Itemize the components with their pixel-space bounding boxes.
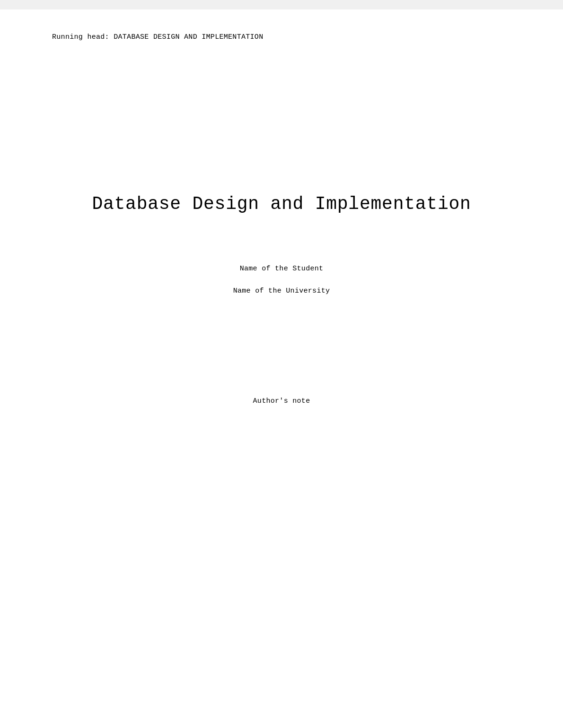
main-title: Database Design and Implementation — [92, 194, 471, 214]
student-name: Name of the Student — [240, 265, 324, 273]
author-note: Author's note — [253, 397, 310, 405]
author-note-section: Author's note — [0, 397, 563, 405]
university-name: Name of the University — [233, 287, 330, 295]
title-section: Database Design and Implementation — [0, 194, 563, 214]
document-page: Running head: DATABASE DESIGN AND IMPLEM… — [0, 9, 563, 728]
running-head: Running head: DATABASE DESIGN AND IMPLEM… — [52, 33, 263, 41]
subtitle-section: Name of the Student Name of the Universi… — [0, 265, 563, 295]
